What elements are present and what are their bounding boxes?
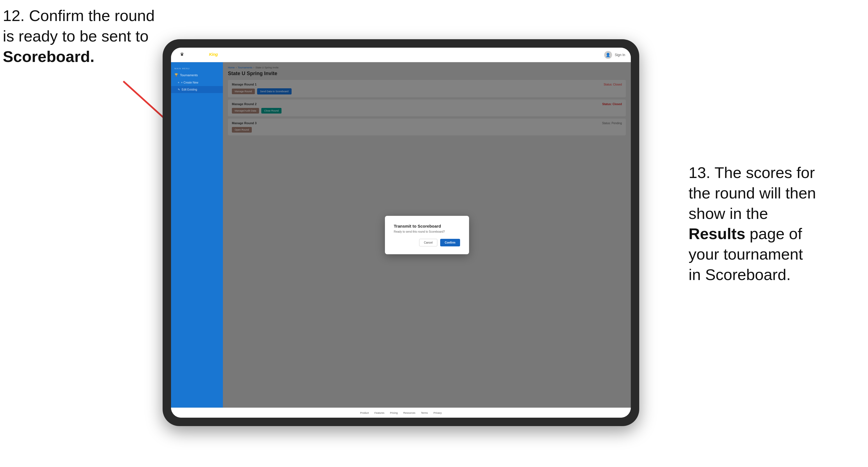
footer-pricing[interactable]: Pricing: [390, 411, 398, 414]
main-area: MAIN MENU 🏆 Tournaments + + Create New ✎…: [171, 62, 631, 408]
nav-right: 👤 Sign In: [604, 51, 625, 59]
sidebar-create-label: + Create New: [181, 81, 198, 84]
modal-overlay: Transmit to Scoreboard Ready to send thi…: [223, 62, 631, 408]
tablet-screen: ♛ LeaderboardKing 👤 Sign In MAIN MENU 🏆: [171, 48, 631, 418]
sidebar-edit-label: Edit Existing: [182, 88, 197, 91]
footer-privacy[interactable]: Privacy: [433, 411, 442, 414]
sidebar-tournaments-label: Tournaments: [180, 73, 198, 77]
annotation-top-left: 12. Confirm the round is ready to be sen…: [3, 6, 165, 67]
annotation-line3: Scoreboard.: [3, 48, 94, 65]
content-area: Home › Tournaments › State U Spring Invi…: [223, 62, 631, 408]
annotation-right-text: 13. The scores for the round will then s…: [688, 164, 816, 283]
annotation-line2: is ready to be sent to: [3, 27, 149, 45]
user-icon: 👤: [604, 51, 612, 59]
edit-icon: ✎: [178, 88, 180, 91]
footer-features[interactable]: Features: [374, 411, 384, 414]
annotation-line1: 12. Confirm the round: [3, 7, 155, 24]
top-nav: ♛ LeaderboardKing 👤 Sign In: [171, 48, 631, 62]
logo-text: LeaderboardKing: [185, 52, 218, 57]
plus-icon: +: [178, 81, 180, 84]
sidebar: MAIN MENU 🏆 Tournaments + + Create New ✎…: [171, 62, 223, 408]
footer-resources[interactable]: Resources: [403, 411, 415, 414]
annotation-right: 13. The scores for the round will then s…: [688, 163, 862, 285]
sidebar-create-new[interactable]: + + Create New: [171, 79, 223, 86]
sidebar-item-tournaments[interactable]: 🏆 Tournaments: [171, 71, 223, 79]
main-menu-label: MAIN MENU: [171, 66, 223, 71]
crown-icon: ♛: [180, 52, 184, 57]
tablet-frame: ♛ LeaderboardKing 👤 Sign In MAIN MENU 🏆: [163, 39, 639, 426]
confirm-button[interactable]: Confirm: [440, 239, 460, 246]
modal-actions: Cancel Confirm: [394, 239, 460, 246]
sidebar-edit-existing[interactable]: ✎ Edit Existing: [171, 86, 223, 93]
app-footer: Product Features Pricing Resources Terms…: [171, 408, 631, 418]
footer-product[interactable]: Product: [360, 411, 369, 414]
modal-subtitle: Ready to send this round to Scoreboard?: [394, 230, 460, 233]
cancel-button[interactable]: Cancel: [419, 239, 437, 246]
trophy-icon: 🏆: [175, 73, 178, 77]
modal-box: Transmit to Scoreboard Ready to send thi…: [385, 216, 469, 254]
sign-in-link[interactable]: Sign In: [615, 53, 625, 57]
footer-terms[interactable]: Terms: [421, 411, 428, 414]
app-container: ♛ LeaderboardKing 👤 Sign In MAIN MENU 🏆: [171, 48, 631, 418]
logo: ♛ LeaderboardKing: [177, 50, 221, 60]
modal-title: Transmit to Scoreboard: [394, 224, 460, 228]
